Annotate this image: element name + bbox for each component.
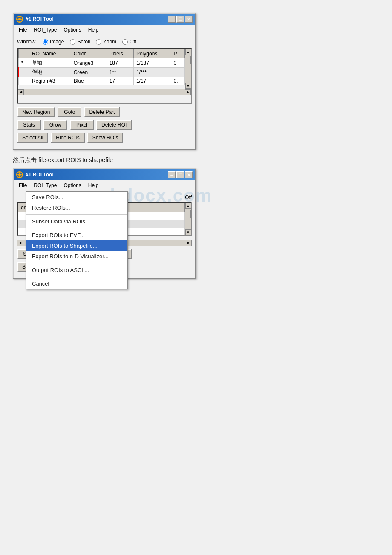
new-region-button[interactable]: New Region <box>17 107 55 117</box>
roi-tool-icon <box>16 16 23 23</box>
minimize-button-2[interactable]: – <box>168 171 176 178</box>
scroll-thumb-1[interactable] <box>186 56 191 64</box>
menu-roitype-1[interactable]: ROI_Type <box>30 26 60 34</box>
hide-rois-button-1[interactable]: Hide ROIs <box>51 133 84 143</box>
separator-2 <box>26 228 127 228</box>
separator-1 <box>26 214 127 215</box>
close-button-2[interactable]: ✕ <box>185 171 193 178</box>
scrollbar-vertical-1[interactable]: ▲ ▼ <box>185 49 191 89</box>
menu-help-2[interactable]: Help <box>85 181 102 190</box>
grow-button-1[interactable]: Grow <box>43 120 67 130</box>
title-controls-1: – ☐ ✕ <box>168 16 193 23</box>
menu-file-1[interactable]: File <box>15 26 30 34</box>
menu-roitype-2[interactable]: ROI_Type <box>30 181 60 190</box>
menu-export-evf[interactable]: Export ROIs to EVF... <box>26 230 127 240</box>
scrollbar-vertical-2[interactable]: ▲ ▼ <box>185 203 191 235</box>
roi-table-1: ROI Name Color Pixels Polygons P * 草地 <box>18 49 185 85</box>
minimize-button-1[interactable]: – <box>168 16 176 23</box>
close-button-1[interactable]: ✕ <box>185 16 193 23</box>
row-polygons-3: 1/17 <box>133 77 171 85</box>
row-marker-3 <box>19 77 29 85</box>
row-pixels-3: 17 <box>107 77 133 85</box>
radio-group-1: Window: Image Scroll Zoom Off <box>17 39 192 45</box>
show-rois-button-1[interactable]: Show ROIs <box>87 133 124 143</box>
menu-cancel[interactable]: Cancel <box>26 278 127 289</box>
button-row-2: Stats Grow Pixel Delete ROI <box>17 120 192 130</box>
maximize-button-2[interactable]: ☐ <box>176 171 184 178</box>
menu-file-2[interactable]: File <box>15 181 30 190</box>
roi-tool-window-2: #1 ROI Tool – ☐ ✕ File ROI_Type Options … <box>13 168 196 279</box>
row-p-2 <box>171 68 184 77</box>
menu-subset-data[interactable]: Subset Data via ROIs <box>26 216 127 227</box>
stats-button-1[interactable]: Stats <box>17 120 41 130</box>
table-row[interactable]: 伴地 Green 1** 1/*** <box>19 68 185 77</box>
menu-export-nd[interactable]: Export ROIs to n-D Visualizer... <box>26 251 127 262</box>
col-polygons: Polygons <box>133 49 171 58</box>
scroll-left-2[interactable]: ◀ <box>17 240 23 246</box>
scroll-thumb-2[interactable] <box>186 210 191 218</box>
scrollbar-horizontal-1[interactable]: ◀ ▶ <box>18 89 191 95</box>
radio-zoom[interactable]: Zoom <box>96 39 116 45</box>
delete-part-button[interactable]: Delete Part <box>84 107 120 117</box>
title-bar-left: #1 ROI Tool <box>16 16 54 23</box>
row-marker-1: * <box>19 58 29 68</box>
row-polygons-1: 1/187 <box>133 58 171 68</box>
row-pixels-2: 1** <box>107 68 133 77</box>
off-label: Off <box>185 194 192 200</box>
row-p-3: 0. <box>171 77 184 85</box>
scroll-left-1[interactable]: ◀ <box>18 89 24 95</box>
title-bar-1: #1 ROI Tool – ☐ ✕ <box>14 14 195 25</box>
col-color: Color <box>71 49 107 58</box>
menu-save-rois[interactable]: Save ROIs... <box>26 192 127 202</box>
scroll-down-2[interactable]: ▼ <box>185 229 191 235</box>
menu-options-2[interactable]: Options <box>60 181 84 190</box>
roi-tool-icon-2 <box>16 171 23 178</box>
scroll-area-1: ROI Name Color Pixels Polygons P * 草地 <box>18 49 191 89</box>
file-dropdown-menu: Save ROIs... Restore ROIs... Subset Data… <box>26 191 128 289</box>
row-name-2: 伴地 <box>29 68 71 77</box>
scroll-up-1[interactable]: ▲ <box>185 49 191 55</box>
title-bar-left-2: #1 ROI Tool <box>16 171 54 178</box>
menu-bar-2: File ROI_Type Options Help Save ROIs... … <box>14 180 195 191</box>
row-name-3: Region #3 <box>29 77 71 85</box>
radio-off[interactable]: Off <box>122 39 136 45</box>
title-text-1: #1 ROI Tool <box>26 16 54 22</box>
table-row[interactable]: * 草地 Orange3 187 1/187 0 <box>19 58 185 68</box>
window-content-1: Window: Image Scroll Zoom Off <box>14 35 195 149</box>
pixel-button-1[interactable]: Pixel <box>70 120 94 130</box>
menu-export-shapefile[interactable]: Export ROIs to Shapefile... <box>26 240 127 251</box>
menu-help-1[interactable]: Help <box>85 26 102 34</box>
row-color-2: Green <box>71 68 107 77</box>
col-pixels: Pixels <box>107 49 133 58</box>
radio-scroll[interactable]: Scroll <box>70 39 90 45</box>
separator-4 <box>26 277 127 277</box>
row-p-1: 0 <box>171 58 184 68</box>
svg-point-7 <box>18 173 21 176</box>
button-row-3: Select All Hide ROIs Show ROIs <box>17 133 192 143</box>
menu-restore-rois[interactable]: Restore ROIs... <box>26 202 127 213</box>
maximize-button-1[interactable]: ☐ <box>176 16 184 23</box>
scroll-down-1[interactable]: ▼ <box>185 83 191 89</box>
radio-image[interactable]: Image <box>43 39 64 45</box>
table-content-1: ROI Name Color Pixels Polygons P * 草地 <box>18 49 185 89</box>
menu-options-1[interactable]: Options <box>60 26 84 34</box>
scroll-track-h-1[interactable] <box>24 90 185 94</box>
goto-button[interactable]: Goto <box>58 107 81 117</box>
title-controls-2: – ☐ ✕ <box>168 171 193 178</box>
intertext-label: 然后点击 file-export ROIS to shapefile <box>13 156 379 164</box>
row-color-1: Orange3 <box>71 58 107 68</box>
scroll-up-2[interactable]: ▲ <box>185 203 191 209</box>
row-marker-2 <box>19 68 29 77</box>
delete-roi-button-1[interactable]: Delete ROI <box>96 120 132 130</box>
title-bar-2: #1 ROI Tool – ☐ ✕ <box>14 169 195 180</box>
table-row[interactable]: Region #3 Blue 17 1/17 0. <box>19 77 185 85</box>
row-name-1: 草地 <box>29 58 71 68</box>
scroll-right-2[interactable]: ▶ <box>186 240 192 246</box>
button-row-1: New Region Goto Delete Part <box>17 107 192 117</box>
scroll-right-1[interactable]: ▶ <box>185 89 191 95</box>
title-text-2: #1 ROI Tool <box>26 172 54 178</box>
table-wrapper-1: ROI Name Color Pixels Polygons P * 草地 <box>17 48 192 104</box>
select-all-button-1[interactable]: Select All <box>17 133 48 143</box>
col-roi-name: ROI Name <box>29 49 71 58</box>
menu-output-ascii[interactable]: Output ROIs to ASCII... <box>26 265 127 275</box>
